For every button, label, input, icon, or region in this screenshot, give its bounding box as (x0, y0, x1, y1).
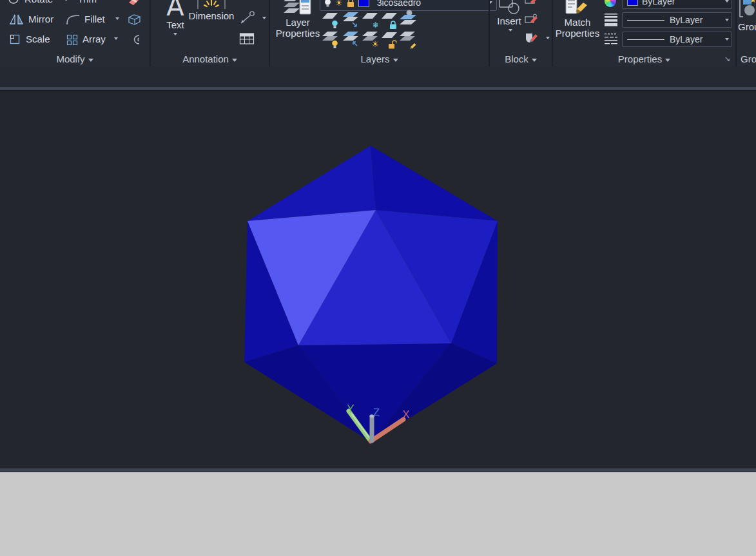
match-properties-icon (564, 0, 591, 17)
panel-title-properties[interactable]: Properties (553, 53, 735, 64)
color-wheel-icon[interactable] (605, 0, 616, 7)
array-label: Array (82, 34, 106, 44)
arrow-icon (351, 21, 358, 28)
match-properties-button[interactable]: Match Properties (557, 0, 598, 39)
offset-icon (126, 33, 142, 46)
lineweight-caret (725, 19, 729, 21)
panel-title-layers[interactable]: Layers (270, 53, 489, 64)
lineweight-value: ByLayer (670, 15, 723, 25)
layer-unlock-button[interactable] (381, 30, 399, 48)
erase-button[interactable] (126, 0, 142, 8)
ribbon: Rotate ✂ Trim Mirror (0, 0, 756, 66)
match-properties-label-2: Properties (556, 28, 599, 39)
edit-attributes-button[interactable] (524, 12, 541, 27)
arrow-icon (352, 41, 359, 48)
text-dropdown-caret (173, 33, 177, 35)
trim-icon: ✂ (65, 0, 73, 4)
array-dropdown-caret[interactable] (114, 37, 118, 40)
panel-title-annotation[interactable]: Annotation (151, 53, 269, 64)
group-label: Group (738, 21, 756, 32)
text-button[interactable]: A Text (159, 0, 192, 35)
panel-launcher-icon[interactable]: ↘ (724, 55, 730, 62)
group-button[interactable]: Group (738, 0, 756, 32)
linetype-preview (627, 39, 664, 40)
layer-color-swatch (358, 0, 369, 7)
dimension-icon (195, 0, 228, 10)
make-current-button[interactable] (399, 10, 417, 27)
dimension-button[interactable]: Dimension (191, 0, 232, 21)
leader-button[interactable] (237, 10, 255, 26)
leader-icon (237, 10, 255, 26)
ucs-z-label: Z (373, 407, 380, 419)
create-block-button[interactable] (524, 0, 541, 8)
rotate-button[interactable]: Rotate (8, 0, 53, 7)
text-icon: A (166, 0, 184, 19)
unlock-icon (388, 40, 397, 49)
insert-button[interactable]: Insert (494, 0, 525, 32)
layer-off-button[interactable] (322, 11, 340, 28)
linetype-dropdown[interactable]: ByLayer (622, 32, 732, 47)
fillet-dropdown-caret[interactable] (115, 17, 119, 20)
icosahedron[interactable] (244, 146, 498, 442)
fillet-icon (66, 14, 80, 25)
mirror-icon (9, 14, 24, 25)
ucs-x-label: X (402, 408, 409, 421)
panel-group: Group Group (737, 0, 756, 66)
ribbon-lower-band (0, 66, 756, 87)
viewport-canvas[interactable]: Y Z X (0, 91, 756, 468)
lineweight-button[interactable] (604, 12, 618, 26)
pencil-icon (409, 41, 417, 49)
icosahedron-face-top-left[interactable] (247, 146, 376, 221)
layer-lock-button[interactable] (381, 11, 399, 28)
attribute-dropdown-caret[interactable] (546, 37, 550, 39)
autocad-window: Rotate ✂ Trim Mirror (0, 0, 756, 556)
linetype-icon (604, 32, 618, 45)
layer-thaw-button[interactable]: ☀ (362, 30, 380, 48)
snowflake-icon: ❄ (373, 21, 379, 29)
panel-title-group[interactable]: Group (737, 53, 756, 64)
mirror-label: Mirror (28, 14, 53, 24)
panel-title-block[interactable]: Block (490, 53, 552, 64)
linetype-button[interactable] (604, 32, 618, 45)
block-attribute-manager-button[interactable] (524, 30, 541, 46)
object-color-dropdown[interactable]: ByLayer (622, 0, 732, 9)
lineweight-dropdown[interactable]: ByLayer (622, 12, 732, 28)
scale-icon (9, 34, 21, 45)
table-button[interactable] (239, 31, 255, 46)
icosahedron-face-top-right[interactable] (371, 146, 498, 221)
lightbulb-icon (331, 40, 338, 48)
insert-icon (498, 0, 521, 15)
panel-annotation: A Text Dimension (151, 0, 269, 66)
layer-unisolate-button[interactable] (342, 30, 360, 48)
layers-on-button[interactable] (322, 30, 340, 48)
panel-title-annotation-label: Annotation (182, 53, 229, 64)
trim-button[interactable]: ✂ Trim (65, 0, 97, 7)
panel-properties: Match Properties (553, 0, 735, 66)
leader-dropdown-caret[interactable] (262, 17, 266, 19)
fillet-button[interactable]: Fillet (66, 10, 105, 28)
panel-title-modify-label: Modify (56, 53, 84, 64)
rotate-label: Rotate (24, 0, 53, 5)
layer-on-bulb-icon (324, 0, 331, 7)
explode-button[interactable] (126, 10, 142, 28)
panel-title-modify[interactable]: Modify (0, 53, 150, 64)
layer-lock-icon (347, 0, 354, 7)
layer-properties-button[interactable]: Layer Properties (275, 0, 320, 39)
array-button[interactable]: Array (66, 30, 106, 48)
current-layer-name: 3icosaedro (377, 0, 483, 8)
lightbulb-icon (331, 20, 338, 28)
match-properties-label-1: Match (565, 17, 591, 28)
layer-thaw-sun-icon: ☀ (335, 0, 343, 7)
layer-freeze-button[interactable]: ❄ (362, 11, 380, 28)
scale-button[interactable]: Scale (9, 30, 50, 48)
linetype-value: ByLayer (670, 34, 723, 44)
offset-button[interactable] (126, 30, 142, 48)
drawing-viewport[interactable]: Y Z X (0, 91, 756, 468)
layer-match-button[interactable] (399, 30, 417, 48)
lower-panel-area (0, 472, 756, 556)
lock-icon (389, 21, 397, 29)
panel-layers: Layer Properties ☀ 3icosaedro (270, 0, 489, 66)
layer-isolate-button[interactable] (342, 11, 360, 28)
insert-dropdown-caret (509, 29, 512, 32)
mirror-button[interactable]: Mirror (9, 10, 53, 28)
